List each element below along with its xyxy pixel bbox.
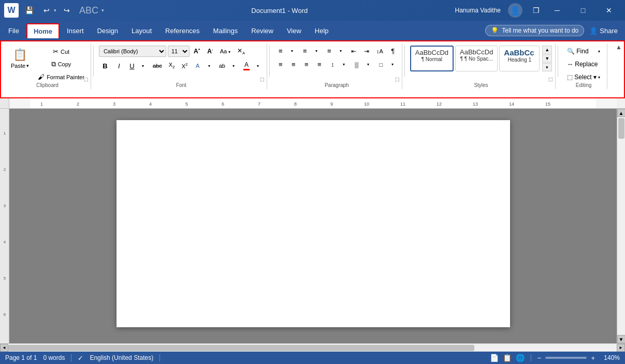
close-button[interactable]: ✕ [597,0,621,21]
font-shrink-button[interactable]: A- [205,46,216,56]
h-scroll-thumb[interactable] [8,345,474,351]
user-avatar[interactable]: 👤 [508,3,522,18]
tell-me-search[interactable]: 💡 Tell me what you want to do [485,25,584,36]
spelling-button[interactable]: ABC [79,5,98,16]
zoom-in-button[interactable]: + [591,354,595,362]
scroll-down-button[interactable]: ▼ [617,335,626,343]
align-left-button[interactable]: ≡ [275,59,286,70]
menu-layout[interactable]: Layout [125,24,158,38]
scroll-right-button[interactable]: ► [617,344,625,352]
line-spacing-dropdown[interactable]: ▾ [338,61,350,68]
superscript-button[interactable]: X2 [179,61,191,71]
underline-button[interactable]: U [127,61,137,71]
font-launcher[interactable]: ⬚ [260,77,265,82]
justify-button[interactable]: ≡ [314,59,325,70]
scroll-left-button[interactable]: ◄ [0,344,8,352]
borders-dropdown[interactable]: ▾ [387,61,398,68]
menu-references[interactable]: References [159,24,206,38]
line-spacing-button[interactable]: ↕ [327,60,338,70]
menu-help[interactable]: Help [309,24,335,38]
text-effects-button[interactable]: A [192,61,204,70]
change-case-button[interactable]: Aa ▾ [217,47,234,56]
share-button[interactable]: 👤 Share [584,25,623,37]
title-bar-right: Hanuma Vadithe 👤 ❐ ─ □ ✕ [455,0,621,21]
copy-button[interactable]: ⧉ Copy [35,58,88,70]
menu-file[interactable]: File [2,24,25,38]
redo-button[interactable]: ↪ [60,3,74,18]
format-painter-button[interactable]: 🖌 Format Painter [35,71,88,83]
styles-scroll-up[interactable]: ▲ [542,46,552,54]
underline-dropdown[interactable]: ▾ [137,62,149,70]
align-center-button[interactable]: ≡ [288,59,299,70]
font-color-button[interactable]: A [241,60,252,72]
web-layout-icon[interactable]: 🌐 [516,354,525,362]
strikethrough-button[interactable]: abc [150,61,165,70]
ribbon-collapse-button[interactable]: ▲ [616,43,622,51]
save-button[interactable]: 💾 [22,3,36,18]
read-mode-icon[interactable]: 📄 [490,354,499,362]
undo-button[interactable]: ↩ [39,3,54,18]
styles-scroll-down[interactable]: ▼ [542,54,552,63]
menu-insert[interactable]: Insert [61,24,90,38]
menu-review[interactable]: Review [245,24,280,38]
decrease-indent-button[interactable]: ⇤ [348,46,359,56]
highlight-button[interactable]: ab [216,61,228,70]
select-button[interactable]: ⬚ Select ▾ ▾ [563,71,604,83]
clear-formatting-button[interactable]: ✕A [235,46,248,56]
highlight-dropdown[interactable]: ▾ [228,62,239,70]
multilevel-button[interactable]: ≡ [324,46,335,56]
document-page[interactable] [117,120,510,327]
shading-button[interactable]: ▒ [351,60,362,69]
menu-design[interactable]: Design [91,24,124,38]
bullets-button[interactable]: ≡ [275,46,286,56]
cut-button[interactable]: ✂ Cut [35,46,88,57]
font-grow-button[interactable]: A+ [191,46,203,56]
undo-dropdown[interactable]: ▾ [54,8,56,13]
proofing-icon[interactable]: ✓ [78,354,83,362]
menu-mailings[interactable]: Mailings [207,24,244,38]
style-normal[interactable]: AaBbCcDd ¶ Normal [410,46,454,71]
styles-more[interactable]: ▾ [542,63,552,71]
bold-button[interactable]: B [99,61,111,71]
paragraph-launcher[interactable]: ⬚ [395,77,400,82]
align-right-button[interactable]: ≡ [301,59,312,70]
text-effects-dropdown[interactable]: ▾ [204,62,215,70]
shading-dropdown[interactable]: ▾ [362,61,374,68]
document-scroll-area[interactable] [9,109,617,343]
zoom-slider[interactable] [545,357,587,359]
word-icon[interactable]: W [4,3,19,18]
paste-button[interactable]: 📋 Paste ▾ [7,46,33,71]
language[interactable]: English (United States) [90,354,153,361]
multilevel-dropdown[interactable]: ▾ [335,47,346,55]
find-dropdown[interactable]: ▾ [598,49,600,54]
h-scroll-track[interactable] [8,344,617,352]
find-button[interactable]: 🔍 Find ▾ [563,46,604,57]
borders-button[interactable]: □ [375,60,387,69]
numbering-button[interactable]: ≡ [299,46,311,56]
restore-down-button[interactable]: ❐ [529,3,543,18]
increase-indent-button[interactable]: ⇥ [361,46,372,56]
styles-launcher[interactable]: ⬚ [548,77,553,82]
style-heading1[interactable]: AaBbCc Heading 1 [499,46,540,71]
subscript-button[interactable]: X2 [166,60,178,71]
font-size-select[interactable]: 11 [168,46,190,57]
replace-button[interactable]: ↔ Replace [563,59,604,70]
zoom-out-button[interactable]: − [537,354,542,362]
scroll-up-button[interactable]: ▲ [617,109,626,117]
menu-home[interactable]: Home [26,23,60,38]
minimize-button[interactable]: ─ [545,0,569,21]
font-color-dropdown[interactable]: ▾ [252,62,264,70]
italic-button[interactable]: I [113,61,125,71]
print-layout-icon[interactable]: 📋 [503,354,512,362]
clipboard-launcher[interactable]: ⬚ [84,77,89,82]
bullets-dropdown[interactable]: ▾ [286,47,298,55]
maximize-button[interactable]: □ [571,0,595,21]
show-hide-button[interactable]: ¶ [387,46,399,56]
numbering-dropdown[interactable]: ▾ [311,47,322,55]
v-scroll-track[interactable] [617,117,625,335]
v-scroll-thumb[interactable] [618,118,624,139]
font-family-select[interactable]: Calibri (Body) [99,46,166,57]
style-no-spacing[interactable]: AaBbCcDd ¶ ¶ No Spac... [455,46,498,71]
menu-view[interactable]: View [281,24,308,38]
sort-button[interactable]: ↕A [374,47,386,56]
